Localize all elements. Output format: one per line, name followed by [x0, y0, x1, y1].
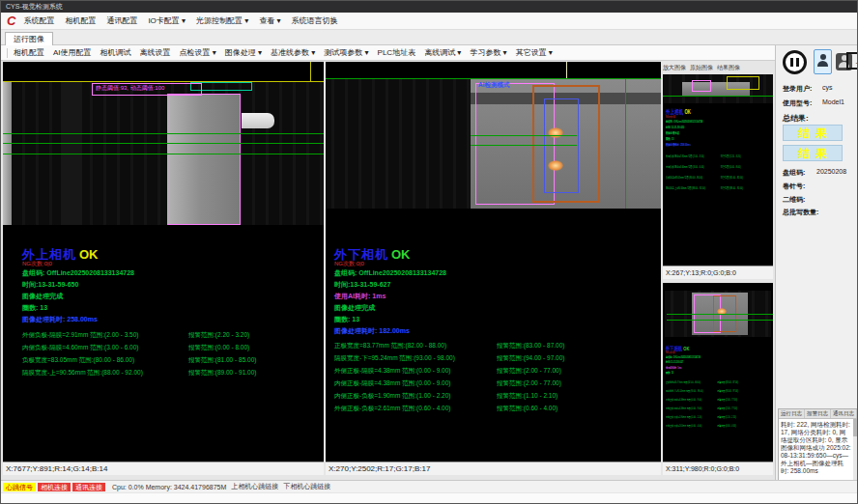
toolbar-item[interactable]: 相机配置: [14, 47, 44, 58]
toolbar-item[interactable]: 相机调试: [100, 47, 131, 58]
toolbar-item[interactable]: 离线调试 ▾: [424, 47, 461, 58]
total-result-label: 总结果:: [783, 113, 809, 124]
menu-item[interactable]: 通讯配置: [106, 15, 137, 26]
thumb-label-box: [727, 76, 759, 90]
menu-item[interactable]: 系统语言切换: [292, 15, 338, 26]
alarm-range: 报警范围:(1.10 - 2.10): [717, 415, 736, 419]
log-text: 耗时: 222, 网络检测耗时: 17, 网络分类耗时: 0, 网络提取分区耗时…: [779, 419, 857, 477]
menu-bar: C 系统配置相机配置通讯配置IO卡配置 ▾光源控制配置 ▾查看 ▾系统语言切换: [1, 13, 858, 30]
measurement-value: 外侧正极-隔膜=4.38mm 范围:(0.00 - 9.00): [334, 367, 497, 376]
process-elapsed: 图像处理耗时: 258.00ms: [666, 142, 772, 148]
thumb-overlay-lower: 外下相机OK NG次数:0|0 盘组码: OffLine202502081331…: [666, 345, 767, 431]
thumbnail-tab[interactable]: 原始图像: [690, 64, 713, 72]
status-ok: OK: [79, 247, 99, 262]
pause-icon: [790, 58, 793, 67]
alarm-range: 报警范围:(0.60 - 4.00): [497, 405, 558, 413]
camera-panel-upper: 静态阈值:93, 动态阈值:100 外上相机OK NG次数:0|0 盘组码: O…: [3, 62, 324, 475]
toolbar-item[interactable]: 离线设置: [140, 47, 171, 58]
needle-label: 卷针号:: [783, 182, 805, 191]
menu-item[interactable]: 光源控制配置 ▾: [196, 15, 248, 26]
batch-code: 盘组码: OffLine20250208133134728: [22, 267, 322, 279]
toolbar-item[interactable]: AI使用配置: [53, 47, 92, 58]
thumbnail-canvas-lower[interactable]: 外下相机OK NG次数:0|0 盘组码: OffLine202502081331…: [663, 283, 773, 462]
measure-line: [667, 314, 773, 315]
yellow-tick: [310, 62, 311, 81]
reflection-glow: [548, 127, 563, 138]
measurement-value: 外侧正极-负极=2.61mm 范围:(0.60 - 4.00): [334, 405, 497, 413]
cell-region-highlight: [167, 94, 241, 225]
roi-box-blue: [544, 98, 579, 193]
comm-connection-badge: 通讯连接: [72, 483, 105, 491]
measurement-row: 隔膜宽度-上=90.56mm 范围:(88.00 - 92.00) 报警范围:(…: [666, 183, 772, 194]
capture-time: 时间:13-31-59-650: [22, 279, 322, 291]
title-bar: CYS-视觉检测系统: [1, 1, 858, 13]
log-tab[interactable]: 通讯日志: [831, 409, 857, 418]
measurement-row: 内侧正极-隔膜=4.38mm 范围:(0.00 - 9.00) 报警范围:(2.…: [666, 405, 767, 413]
camera-canvas-lower[interactable]: AI检测模式 外下相机OK NG次数:0|0 盘组码: OffLine20250…: [326, 62, 661, 462]
menu-item[interactable]: IO卡配置 ▾: [148, 15, 186, 26]
scrollbar-thumb[interactable]: [853, 419, 857, 436]
process-done: 图像处理完成: [22, 291, 322, 302]
pause-icon: [796, 58, 799, 67]
turn-count: 圈数: 13: [334, 314, 653, 325]
alarm-range: 报警范围:(94.00 - 97.00): [717, 389, 738, 393]
tab-strip: 运行图像: [1, 30, 858, 45]
tab-connector: [242, 113, 274, 128]
threshold-label: 静态阈值:93, 动态阈值:100: [94, 83, 164, 94]
process-elapsed: 图像处理耗时: 182.00ms: [334, 325, 653, 337]
toolbar-item[interactable]: 点检设置 ▾: [180, 47, 216, 58]
camera-canvas-upper[interactable]: 静态阈值:93, 动态阈值:100 外上相机OK NG次数:0|0 盘组码: O…: [3, 62, 324, 462]
measurement-row: 外侧正极-隔膜=4.38mm 范围:(0.00 - 9.00) 报警范围:(2.…: [334, 365, 653, 378]
measurement-value: 内侧正极-负极=1.90mm 范围:(1.00 - 2.20): [334, 392, 497, 401]
status-ok: OK: [684, 108, 690, 116]
toolbar-item[interactable]: 基准线参数 ▾: [271, 47, 315, 58]
log-scrollbar[interactable]: [853, 419, 857, 483]
tab-run-image[interactable]: 运行图像: [5, 32, 53, 45]
capture-time: 时间:13-31-59-627: [334, 279, 653, 291]
status-ok: OK: [683, 346, 689, 352]
cpu-memory-readout: Cpu: 0.0% Memory: 3424.41796875M: [112, 484, 226, 490]
toolbar-item[interactable]: PLC地址表: [378, 47, 416, 58]
footer-strip: [1, 493, 858, 504]
measurement-value: 外侧负极-隔膜=2.91mm 范围:(2.00 - 3.50): [22, 331, 188, 340]
log-tabs: 运行日志报警日志通讯日志: [779, 409, 857, 419]
toolbar: 相机配置AI使用配置相机调试离线设置点检设置 ▾图像处理 ▾基准线参数 ▾测试项…: [1, 45, 775, 61]
lower-camera-heartbeat-link: 下相机心跳链接: [283, 482, 330, 491]
measure-line: [667, 320, 773, 321]
log-tab[interactable]: 报警日志: [805, 409, 831, 418]
toolbar-separator: [7, 48, 8, 58]
pixel-readout-thumb-lower: X:311;Y:980;R:0;G:0;B:0: [663, 462, 773, 475]
measurement-row: 负极宽度=83.05mm 范围:(80.00 - 86.00) 报警范围:(81…: [666, 173, 772, 183]
alarm-range: 报警范围:(83.00 - 87.00): [717, 380, 738, 384]
measurement-row: 负极宽度=83.05mm 范围:(80.00 - 86.00) 报警范围:(81…: [22, 354, 322, 367]
toolbar-item[interactable]: 其它设置 ▾: [516, 47, 553, 58]
ai-mode-label: AI检测模式: [478, 81, 510, 90]
pause-button[interactable]: [783, 50, 807, 74]
measurement-value: 正极宽度=83.77mm 范围:(82.00 - 88.00): [334, 342, 497, 350]
menu-item[interactable]: 系统配置: [23, 15, 54, 26]
thumbnail-tab[interactable]: 放大图像: [663, 64, 686, 72]
log-tab[interactable]: 运行日志: [779, 409, 805, 418]
status-bar: 心跳信号 相机连接 通讯连接 Cpu: 0.0% Memory: 3424.41…: [1, 480, 858, 492]
login-user-label: 登录用户:: [783, 84, 812, 94]
user-icon: [820, 54, 826, 60]
measurement-value: 内侧正极-隔膜=4.38mm 范围:(0.00 - 9.00): [334, 379, 497, 388]
exit-arrow-icon: →: [854, 57, 858, 67]
measurement-value: 外侧正极-隔膜=4.38mm 范围:(0.00 - 9.00): [666, 398, 717, 402]
thumbnail-tab[interactable]: 结果图像: [717, 64, 740, 72]
turn-count: 圈数: 13: [666, 371, 767, 376]
alarm-range: 报警范围:(2.20 - 3.20): [188, 331, 249, 340]
batch-code-value: 20250208: [816, 168, 846, 175]
measure-line: [471, 135, 577, 136]
user-login-button[interactable]: [814, 49, 832, 74]
toolbar-item[interactable]: 学习参数 ▾: [470, 47, 506, 58]
toolbar-item[interactable]: 测试项参数 ▾: [324, 47, 368, 58]
menu-item[interactable]: 查看 ▾: [259, 15, 280, 26]
thumbnail-canvas-upper[interactable]: 外上相机OK NG次数:0|0 盘组码: OffLine202502081331…: [663, 74, 773, 266]
toolbar-item[interactable]: 图像处理 ▾: [225, 47, 262, 58]
alarm-range: 报警范围:(2.20 - 3.20): [721, 154, 741, 159]
menu-item[interactable]: 相机配置: [65, 15, 96, 26]
measurement-row: 正极宽度=83.77mm 范围:(82.00 - 88.00) 报警范围:(83…: [666, 378, 767, 387]
measurement-row: 隔膜宽度-下=95.24mm 范围:(93.00 - 98.00) 报警范围:(…: [334, 352, 653, 365]
window-title: CYS-视觉检测系统: [6, 3, 63, 10]
